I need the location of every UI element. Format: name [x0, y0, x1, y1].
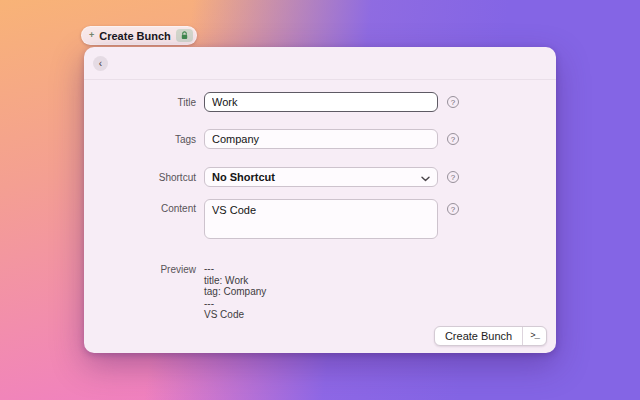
back-button[interactable]: ‹ — [93, 56, 108, 71]
desktop-background: + Create Bunch ‹ Title ? Tags — [0, 0, 640, 400]
chevron-left-icon: ‹ — [99, 58, 102, 69]
create-bunch-tab[interactable]: + Create Bunch — [81, 26, 197, 45]
content-textarea[interactable]: VS Code — [204, 199, 438, 239]
content-row: Content VS Code ? — [84, 199, 556, 239]
help-icon[interactable]: ? — [447, 96, 459, 108]
lock-icon — [176, 29, 193, 42]
terminal-button[interactable]: >_ — [523, 327, 546, 345]
footer-button-group: Create Bunch >_ — [434, 326, 547, 346]
preview-row: Preview --- title: Work tag: Company ---… — [84, 263, 556, 321]
preview-line: title: Work — [204, 275, 266, 287]
shortcut-selected-value: No Shortcut — [212, 171, 275, 183]
title-label: Title — [84, 97, 196, 108]
create-bunch-button[interactable]: Create Bunch — [435, 327, 522, 345]
title-row: Title ? — [84, 92, 556, 112]
create-bunch-form: Title ? Tags ? Shortcut No Shortcut — [84, 80, 556, 321]
bunch-icon: + — [89, 31, 94, 40]
tags-row: Tags ? — [84, 129, 556, 149]
preview-line: --- — [204, 298, 266, 310]
shortcut-select[interactable]: No Shortcut — [204, 167, 438, 187]
preview-label: Preview — [84, 263, 196, 275]
preview-line: VS Code — [204, 309, 266, 321]
chevron-down-icon — [421, 168, 430, 186]
create-bunch-window: ‹ Title ? Tags ? Shortcut No Shortcut — [84, 47, 556, 353]
help-icon[interactable]: ? — [447, 171, 459, 183]
help-icon[interactable]: ? — [447, 133, 459, 145]
content-label: Content — [84, 199, 196, 214]
preview-line: --- — [204, 263, 266, 275]
shortcut-row: Shortcut No Shortcut ? — [84, 167, 556, 187]
tags-input[interactable] — [204, 129, 438, 149]
tab-label: Create Bunch — [99, 30, 171, 42]
shortcut-label: Shortcut — [84, 172, 196, 183]
preview-line: tag: Company — [204, 286, 266, 298]
preview-text: --- title: Work tag: Company --- VS Code — [204, 263, 266, 321]
help-icon[interactable]: ? — [447, 203, 459, 215]
tags-label: Tags — [84, 134, 196, 145]
title-input[interactable] — [204, 92, 438, 112]
window-header: ‹ — [84, 47, 556, 80]
